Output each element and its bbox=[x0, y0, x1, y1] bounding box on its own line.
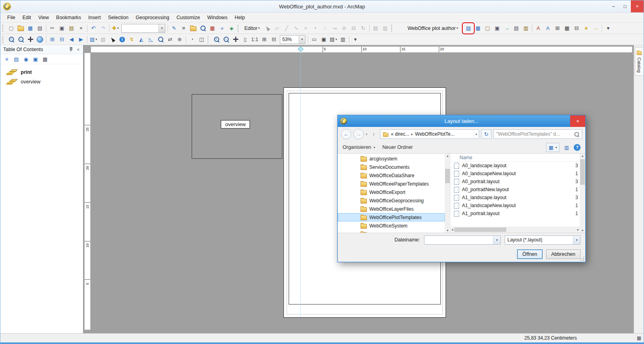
filetype-select[interactable]: Layout (*.layout) ▾ bbox=[505, 235, 581, 245]
table-of-contents-window-icon[interactable]: ≡ bbox=[179, 24, 188, 33]
vertical-ruler[interactable]: 252015105 bbox=[84, 53, 91, 330]
list-by-selection-icon[interactable]: ▣ bbox=[31, 55, 40, 63]
tree-scrollbar[interactable]: ▴ ▾ bbox=[445, 154, 450, 233]
menu-insert[interactable]: Insert bbox=[85, 14, 104, 22]
pan-icon[interactable] bbox=[26, 35, 35, 44]
layout-fixed-zoom-in-icon[interactable]: ⊞ bbox=[260, 35, 269, 44]
breadcrumb-current-folder[interactable]: WebOfficePlotTe... bbox=[415, 131, 455, 137]
search-box[interactable]: "WebOfficePlotTemplates" d... bbox=[493, 129, 582, 139]
add-data-icon[interactable]: ✚▾ bbox=[111, 24, 120, 33]
folder-row-partial[interactable] bbox=[338, 230, 445, 233]
toolbar-grip[interactable] bbox=[2, 36, 5, 43]
copy-icon[interactable]: ▣ bbox=[57, 24, 67, 33]
pin-icon[interactable] bbox=[67, 46, 74, 53]
search-window-icon[interactable] bbox=[198, 24, 208, 33]
label-element-tool-icon[interactable]: A bbox=[543, 24, 553, 33]
catalog-tab[interactable]: Catalog bbox=[635, 47, 643, 76]
undo-icon[interactable]: ↶ bbox=[89, 24, 98, 33]
scroll-up-icon[interactable]: ▴ bbox=[445, 154, 450, 158]
file-row[interactable]: A0_portrait.layout3 bbox=[451, 178, 580, 186]
scroll-right-icon[interactable]: ▸ bbox=[577, 228, 579, 231]
delete-icon[interactable]: × bbox=[76, 24, 86, 33]
address-dropdown-icon[interactable]: ▾ bbox=[474, 130, 479, 138]
status-grid-icon[interactable]: ▦ bbox=[637, 335, 641, 341]
menu-bookmarks[interactable]: Bookmarks bbox=[53, 14, 85, 22]
new-plot-template-icon[interactable]: ▢ bbox=[483, 24, 492, 33]
edit-vertices-tool-icon[interactable]: ∴ bbox=[320, 24, 330, 33]
change-layout-icon[interactable]: ▤▾ bbox=[329, 35, 338, 44]
find-icon[interactable] bbox=[156, 35, 165, 44]
layout-guide[interactable] bbox=[300, 52, 301, 317]
folder-row[interactable]: WebOfficeLayerFiles bbox=[338, 205, 445, 213]
toc-item-print[interactable]: print bbox=[0, 67, 83, 77]
cut-polygons-tool-icon[interactable]: ⊘ bbox=[339, 24, 349, 33]
quick-action-tool-icon[interactable]: → bbox=[591, 24, 600, 33]
split-tool-icon[interactable]: ⊟ bbox=[349, 24, 359, 33]
save-layout-icon[interactable]: ▦ bbox=[473, 24, 483, 33]
table-grid-tool-icon[interactable]: ▦ bbox=[562, 24, 572, 33]
scroll-left-icon[interactable]: ◂ bbox=[452, 228, 453, 231]
toc-close-icon[interactable]: × bbox=[75, 46, 81, 53]
scroll-down-icon[interactable]: ▾ bbox=[580, 229, 585, 232]
forward-button[interactable]: → bbox=[353, 129, 364, 139]
dialog-titlebar[interactable]: Layout laden... × bbox=[338, 115, 585, 127]
new-folder-button[interactable]: Neuer Ordner bbox=[382, 144, 413, 150]
viewer-window-icon[interactable]: ◫ bbox=[197, 35, 206, 44]
filename-dropdown-icon[interactable]: ▾ bbox=[493, 236, 500, 244]
folder-row[interactable]: WebOfficeePaperTemplates bbox=[338, 180, 445, 188]
go-to-xy-icon[interactable]: ⊕ bbox=[175, 35, 184, 44]
weboffice-plot-author-menu[interactable]: WebOffice plot author▾ bbox=[405, 24, 461, 33]
menu-view[interactable]: View bbox=[35, 14, 53, 22]
trace-tool-icon[interactable]: ≈ bbox=[301, 24, 311, 33]
select-features-icon[interactable]: ▧▾ bbox=[89, 35, 98, 44]
folder-row[interactable]: WebOfficeGeoprocessing bbox=[338, 196, 445, 205]
modelbuilder-window-icon[interactable]: ◈ bbox=[227, 24, 236, 33]
merge-cells-tool-icon[interactable]: ⊟ bbox=[572, 24, 581, 33]
up-one-level-button[interactable]: ↑ bbox=[369, 130, 378, 138]
redo-icon[interactable]: ↷ bbox=[98, 24, 108, 33]
layout-zoom-whole-page-icon[interactable]: ▯ bbox=[240, 35, 250, 44]
maximize-button[interactable]: □ bbox=[619, 0, 631, 12]
overview-label[interactable]: overview bbox=[221, 120, 250, 129]
new-document-icon[interactable]: ▢ bbox=[6, 24, 16, 33]
export-plot-template-icon[interactable]: → bbox=[502, 24, 511, 33]
toolbar2-options-icon[interactable]: ▾ bbox=[351, 35, 360, 44]
open-button[interactable]: Öffnen bbox=[517, 249, 542, 259]
editor-toolbar-toggle-icon[interactable]: ✎ bbox=[169, 24, 179, 33]
preview-pane-button[interactable]: ▥ bbox=[563, 143, 571, 152]
file-row[interactable]: A0_portraitNew.layout1 bbox=[451, 186, 580, 194]
cancel-button[interactable]: Abbrechen bbox=[546, 249, 581, 259]
dialog-close-button[interactable]: × bbox=[570, 115, 585, 127]
file-scroll-thumb[interactable] bbox=[580, 159, 585, 185]
map-scale-combo[interactable]: ▾ bbox=[121, 24, 165, 33]
scroll-down-icon[interactable]: ▾ bbox=[445, 229, 450, 232]
scroll-up-icon[interactable]: ▴ bbox=[580, 154, 585, 158]
toc-options-icon[interactable]: ▦ bbox=[41, 55, 50, 63]
arctoolbox-window-icon[interactable]: ▦ bbox=[208, 24, 217, 33]
time-slider-icon[interactable]: ◔ bbox=[187, 35, 197, 44]
paste-icon[interactable]: ▤ bbox=[67, 24, 76, 33]
file-row[interactable]: A1_landscapeNew.layout1 bbox=[451, 202, 580, 210]
catalog-window-icon[interactable] bbox=[188, 24, 198, 33]
folder-row[interactable]: arcgissystem bbox=[338, 154, 445, 163]
attributes-window-icon[interactable]: ▤ bbox=[371, 24, 380, 33]
combo-dropdown-icon[interactable]: ▾ bbox=[299, 36, 305, 43]
filetype-dropdown-icon[interactable]: ▾ bbox=[573, 236, 580, 244]
select-elements-icon[interactable] bbox=[108, 35, 117, 44]
overview-data-frame[interactable]: overview bbox=[192, 94, 282, 159]
close-button[interactable]: × bbox=[631, 0, 644, 12]
toc-item-overview[interactable]: overview bbox=[0, 77, 83, 87]
toolbar-grip[interactable] bbox=[238, 25, 240, 32]
layout-fixed-zoom-out-icon[interactable]: ⊟ bbox=[269, 35, 279, 44]
hyperlink-icon[interactable]: ↯ bbox=[127, 35, 137, 44]
recent-locations-dropdown-icon[interactable]: ▾ bbox=[366, 132, 367, 136]
tree-scroll-thumb[interactable] bbox=[445, 169, 450, 183]
menu-customize[interactable]: Customize bbox=[173, 14, 204, 22]
full-extent-icon[interactable] bbox=[35, 35, 45, 44]
text-element-tool-icon[interactable]: A bbox=[533, 24, 543, 33]
edit-annotation-tool-icon[interactable]: ▱ bbox=[272, 24, 282, 33]
change-view-button[interactable]: ▦ ▾ bbox=[546, 143, 559, 152]
file-row[interactable]: A1_portrait.layout1 bbox=[451, 210, 580, 217]
menu-file[interactable]: File bbox=[4, 14, 19, 22]
load-layout-icon[interactable]: ▧ bbox=[464, 24, 473, 33]
